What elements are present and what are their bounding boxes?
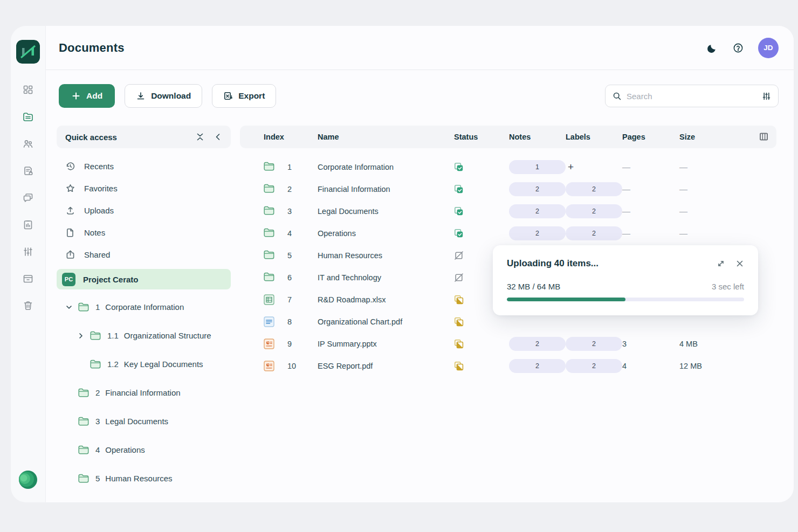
count-badge[interactable]: 2 bbox=[566, 359, 622, 373]
download-button[interactable]: Download bbox=[125, 84, 202, 108]
sidebar-item-project-cerato[interactable]: PC Project Cerato bbox=[57, 269, 231, 289]
column-header-pages[interactable]: Pages bbox=[622, 133, 679, 141]
columns-settings-icon[interactable] bbox=[759, 132, 769, 142]
dark-mode-icon[interactable] bbox=[706, 42, 718, 54]
brand-orb-icon[interactable] bbox=[18, 470, 38, 489]
chevron-down-icon[interactable] bbox=[65, 303, 73, 311]
row-index: 5 bbox=[287, 251, 318, 260]
sidebar-item-archive-icon[interactable] bbox=[22, 273, 34, 285]
count-badge[interactable]: 1 bbox=[509, 160, 566, 174]
add-button[interactable]: Add bbox=[59, 84, 115, 108]
quick-access-list: RecentsFavoritesUploadsNotesShared bbox=[57, 155, 231, 266]
tree-item-1.1[interactable]: 1.1Organizational Structure bbox=[57, 321, 231, 350]
table-row[interactable]: 10ESG Report.pdf22412 MB bbox=[240, 355, 776, 377]
row-name[interactable]: IT and Technology bbox=[318, 273, 454, 282]
table-row[interactable]: 9IP Summary.pptx2234 MB bbox=[240, 333, 776, 355]
status-approved-icon bbox=[454, 229, 464, 238]
tree-item-2[interactable]: 2Financial Information bbox=[57, 378, 231, 407]
tree-item-number: 3 bbox=[95, 417, 100, 426]
sidebar-item-notes[interactable]: Notes bbox=[57, 222, 231, 244]
column-header-labels[interactable]: Labels bbox=[566, 133, 622, 141]
status-approved-icon bbox=[454, 206, 464, 216]
expand-icon[interactable] bbox=[717, 259, 725, 268]
count-badge[interactable]: 2 bbox=[566, 204, 622, 218]
empty-value-dash: — bbox=[679, 162, 776, 171]
count-badge[interactable]: 2 bbox=[566, 226, 622, 240]
table-row[interactable]: 2Financial Information22—— bbox=[240, 178, 776, 200]
count-badge[interactable]: 2 bbox=[509, 182, 566, 196]
sidebar-item-label: Recents bbox=[84, 162, 114, 171]
count-badge[interactable]: 2 bbox=[509, 337, 566, 351]
collapse-all-icon[interactable] bbox=[196, 133, 204, 141]
row-index: 4 bbox=[287, 229, 318, 238]
folder-icon bbox=[90, 331, 101, 340]
count-badge[interactable]: 2 bbox=[509, 226, 566, 240]
sidebar-item-label: Favorites bbox=[84, 184, 118, 193]
column-header-name[interactable]: Name bbox=[318, 133, 454, 141]
table-row[interactable]: 4Operations22—— bbox=[240, 222, 776, 244]
count-badge[interactable]: 2 bbox=[566, 182, 622, 196]
sidebar-item-trash-icon[interactable] bbox=[22, 300, 34, 312]
tree-item-1[interactable]: 1Corporate Information bbox=[57, 293, 231, 321]
sidebar-item-documents-icon[interactable] bbox=[22, 111, 34, 123]
sidebar-item-favorites[interactable]: Favorites bbox=[57, 177, 231, 199]
count-badge[interactable]: 2 bbox=[566, 337, 622, 351]
column-header-status[interactable]: Status bbox=[454, 133, 509, 141]
tree-item-5[interactable]: 5Human Resources bbox=[57, 464, 231, 493]
sidebar-item-reports-icon[interactable] bbox=[22, 219, 34, 231]
folder-icon bbox=[78, 445, 89, 454]
row-name[interactable]: Corporate Information bbox=[318, 163, 454, 171]
cell-value: 3 bbox=[622, 340, 679, 348]
tree-item-label: Financial Information bbox=[105, 388, 180, 397]
upload-progress-fill bbox=[507, 298, 625, 301]
tree-item-4[interactable]: 4Operations bbox=[57, 436, 231, 464]
collapse-panel-icon[interactable] bbox=[214, 133, 222, 141]
tree-item-1.2[interactable]: 1.2Key Legal Documents bbox=[57, 350, 231, 378]
search-box[interactable] bbox=[605, 85, 779, 107]
upload-progress-label: 32 MB / 64 MB bbox=[507, 282, 560, 291]
table-row[interactable]: 3Legal Documents22—— bbox=[240, 200, 776, 222]
row-name[interactable]: Operations bbox=[318, 229, 454, 238]
status-draft-icon bbox=[454, 251, 464, 260]
sidebar-item-secure-docs-icon[interactable] bbox=[22, 165, 34, 177]
row-index: 8 bbox=[287, 317, 318, 326]
sidebar-item-dashboard-icon[interactable] bbox=[22, 84, 34, 96]
avatar[interactable]: JD bbox=[758, 38, 779, 58]
cell-value: 12 MB bbox=[679, 362, 776, 370]
tree-item-3[interactable]: 3Legal Documents bbox=[57, 407, 231, 436]
table-row[interactable]: 1Corporate Information1+—— bbox=[240, 156, 776, 178]
add-label-button[interactable]: + bbox=[568, 161, 622, 173]
row-index: 2 bbox=[287, 185, 318, 194]
count-badge[interactable]: 2 bbox=[509, 359, 566, 373]
tree-item-number: 5 bbox=[95, 474, 100, 483]
count-badge[interactable]: 2 bbox=[509, 204, 566, 218]
sidebar-item-users-icon[interactable] bbox=[22, 138, 34, 150]
folder-icon bbox=[78, 302, 89, 312]
row-name[interactable]: ESG Report.pdf bbox=[318, 362, 454, 370]
close-icon[interactable] bbox=[735, 259, 744, 268]
upload-toast-title: Uploading 40 items... bbox=[507, 258, 598, 269]
document-blue-icon bbox=[264, 316, 274, 327]
row-name[interactable]: Legal Documents bbox=[318, 207, 454, 216]
filter-icon[interactable] bbox=[762, 92, 771, 101]
sidebar-item-recents[interactable]: Recents bbox=[57, 155, 231, 177]
sidebar-item-uploads[interactable]: Uploads bbox=[57, 199, 231, 222]
help-icon[interactable] bbox=[732, 42, 744, 54]
row-name[interactable]: R&D Roadmap.xlsx bbox=[318, 295, 454, 304]
column-header-notes[interactable]: Notes bbox=[509, 133, 566, 141]
export-icon bbox=[223, 91, 233, 101]
app-logo-icon[interactable] bbox=[16, 40, 40, 64]
row-name[interactable]: Human Resources bbox=[318, 251, 454, 260]
sidebar-item-shared[interactable]: Shared bbox=[57, 244, 231, 266]
sidebar-item-chat-icon[interactable] bbox=[22, 192, 34, 204]
sidebar-item-settings-sliders-icon[interactable] bbox=[22, 246, 34, 258]
search-input[interactable] bbox=[627, 92, 757, 101]
tree-item-number: 4 bbox=[95, 445, 100, 454]
upload-time-left: 3 sec left bbox=[712, 282, 744, 291]
export-button[interactable]: Export bbox=[212, 84, 276, 108]
row-name[interactable]: IP Summary.pptx bbox=[318, 340, 454, 348]
row-name[interactable]: Financial Information bbox=[318, 185, 454, 194]
column-header-index[interactable]: Index bbox=[264, 133, 318, 141]
row-name[interactable]: Organizational Chart.pdf bbox=[318, 317, 454, 326]
chevron-right-icon[interactable] bbox=[77, 332, 85, 340]
